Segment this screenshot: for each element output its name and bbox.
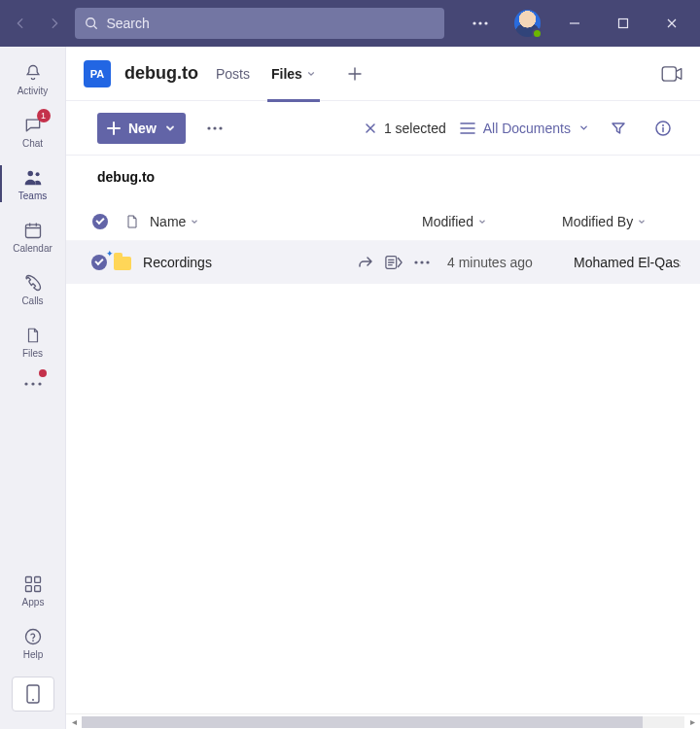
bell-icon [22,62,44,84]
rail-label: Calendar [13,243,52,254]
shared-spark-icon: ✦ [106,249,114,259]
svg-rect-11 [26,576,32,582]
rail-calendar[interactable]: Calendar [0,210,66,262]
svg-rect-12 [35,576,41,582]
rail-teams[interactable]: Teams [0,157,66,210]
actions-button[interactable] [385,255,402,270]
rail-help[interactable]: Help [0,616,66,669]
list-icon [460,122,475,135]
svg-point-22 [219,126,222,129]
scroll-track[interactable] [82,716,684,728]
back-button[interactable] [8,10,34,37]
filter-button[interactable] [603,113,634,144]
avatar[interactable] [514,10,541,37]
row-name-label: Recordings [143,255,212,270]
check-circle-icon [91,255,107,270]
team-avatar[interactable]: PA [84,60,111,87]
select-all-toggle[interactable] [86,214,115,229]
svg-rect-19 [662,66,676,80]
column-name[interactable]: Name [150,214,422,229]
folder-icon: ✦ [112,255,133,270]
svg-point-3 [485,21,488,24]
command-bar: New 1 selected All Documents [66,101,700,156]
scroll-left-icon[interactable]: ◂ [66,716,82,727]
horizontal-scrollbar[interactable]: ◂ ▸ [66,713,700,729]
minimize-button[interactable] [554,0,595,47]
svg-point-27 [420,260,423,263]
svg-point-1 [473,21,476,24]
presence-available-icon [532,28,542,39]
svg-point-28 [426,260,429,263]
svg-point-8 [24,382,27,385]
view-label: All Documents [483,121,571,136]
rail-label: Chat [22,138,43,149]
chevron-down-icon [190,217,199,226]
phone-icon [22,272,44,294]
chevron-down-icon [637,217,647,226]
check-circle-icon [92,214,108,229]
column-modified[interactable]: Modified [422,214,562,229]
more-button[interactable] [460,0,501,47]
rail-label: Activity [18,86,49,96]
svg-point-24 [662,124,664,126]
command-more-button[interactable] [199,113,230,144]
close-button[interactable] [651,0,692,47]
svg-point-18 [32,699,34,701]
rail-label: Apps [22,597,45,608]
file-icon [22,325,44,346]
meet-icon[interactable] [661,66,682,82]
search-input[interactable] [106,16,435,31]
chevron-down-icon [164,122,176,134]
library-title: debug.to [66,156,700,202]
rail-chat[interactable]: 1 Chat [0,105,66,157]
teams-icon [22,167,44,189]
new-label: New [128,121,157,136]
new-button[interactable]: New [97,113,186,144]
share-button[interactable] [358,255,373,270]
svg-point-26 [414,260,417,263]
channel-title: debug.to [124,63,198,84]
rail-more[interactable] [0,367,66,400]
scroll-right-icon[interactable]: ▸ [684,716,700,727]
column-label: Modified By [562,214,633,229]
svg-point-9 [31,382,34,385]
add-tab-button[interactable] [341,60,368,87]
rail-activity[interactable]: Activity [0,52,66,105]
tab-files[interactable]: Files [267,47,320,101]
chevron-down-icon [477,217,487,226]
row-modified: 4 minutes ago [447,255,574,270]
svg-point-6 [35,172,39,176]
plus-icon [107,122,121,135]
calendar-icon [22,220,44,241]
search-icon [85,17,98,30]
search-box[interactable] [75,8,444,39]
apps-icon [22,573,44,595]
tab-posts[interactable]: Posts [212,47,254,101]
scroll-thumb[interactable] [82,716,643,728]
forward-button[interactable] [42,10,68,37]
column-type [115,213,150,230]
column-label: Modified [422,214,473,229]
more-badge-icon [39,369,47,377]
tab-label: Files [271,66,302,82]
table-row[interactable]: ✦ Recordings 4 minutes ago Mohamed El-Qa… [66,241,700,284]
view-switcher[interactable]: All Documents [460,121,589,136]
info-button[interactable] [648,113,679,144]
clear-selection-button[interactable]: 1 selected [365,121,446,136]
column-label: Name [150,214,186,229]
row-modified-by: Mohamed El-Qass [574,255,681,270]
maximize-button[interactable] [603,0,644,47]
svg-rect-14 [35,585,41,591]
svg-point-16 [32,640,34,642]
svg-point-5 [27,170,33,176]
rail-device-button[interactable] [12,677,54,712]
rail-files[interactable]: Files [0,315,66,367]
rail-apps[interactable]: Apps [0,564,66,616]
phone-device-icon [26,684,40,704]
row-more-button[interactable] [414,260,430,264]
rail-label: Files [22,348,43,359]
rail-label: Teams [18,191,47,201]
rail-calls[interactable]: Calls [0,262,66,315]
column-modified-by[interactable]: Modified By [562,214,681,229]
app-rail: Activity 1 Chat Teams Calendar Calls [0,47,66,729]
